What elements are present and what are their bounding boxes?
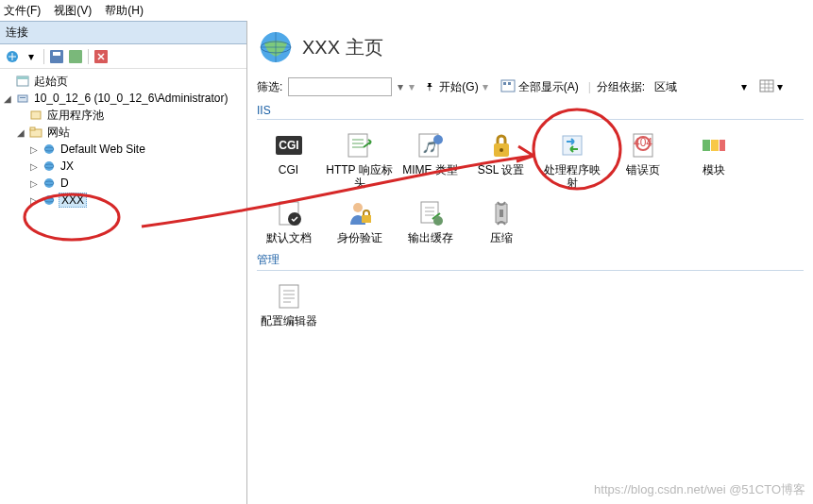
svg-point-46 <box>433 216 443 226</box>
server-icon <box>15 91 30 106</box>
globe-icon <box>259 30 293 64</box>
start-page-icon <box>15 74 30 89</box>
iis-features: CGI CGI HTTP 响应标头 🎵 MIME 类型 SSL 设置 处理程序映… <box>247 126 813 248</box>
filter-input[interactable] <box>288 77 392 96</box>
feature-compression[interactable]: 压缩 <box>466 193 536 248</box>
go-icon: 🖈 <box>424 80 435 93</box>
feature-ssl[interactable]: SSL 设置 <box>466 126 536 193</box>
groupby-label: 分组依据: <box>597 79 645 95</box>
svg-rect-22 <box>501 80 515 92</box>
config-editor-icon <box>273 280 305 312</box>
svg-rect-40 <box>720 140 725 151</box>
http-headers-icon <box>344 129 376 161</box>
cgi-icon: CGI <box>273 129 305 161</box>
menu-help[interactable]: 帮助(H) <box>105 3 144 19</box>
filter-go: 🖈 开始(G) ▾ <box>420 77 491 96</box>
svg-rect-39 <box>711 140 719 151</box>
svg-point-18 <box>44 195 54 205</box>
tree-site-d[interactable]: ▷ D <box>2 175 245 192</box>
menu-file[interactable]: 文件(F) <box>4 3 41 19</box>
feature-mime[interactable]: 🎵 MIME 类型 <box>395 126 466 193</box>
grid-view-icon <box>760 80 773 94</box>
svg-text:CGI: CGI <box>279 139 298 152</box>
showall-icon <box>501 80 515 94</box>
filter-label: 筛选: <box>257 79 282 95</box>
section-mgmt: 管理 <box>247 248 813 270</box>
save-icon[interactable] <box>48 48 65 65</box>
svg-point-31 <box>433 135 443 144</box>
sites-folder-icon <box>28 125 43 140</box>
site-icon <box>42 176 57 191</box>
connections-toolbar: ▾ <box>0 44 246 69</box>
connections-tree[interactable]: 起始页 ◢ 10_0_12_6 (10_0_12_6\Administrator… <box>0 69 246 504</box>
svg-point-43 <box>353 203 363 212</box>
auth-icon <box>344 197 376 229</box>
delete-icon[interactable] <box>93 48 110 65</box>
connections-panel: 连接 ▾ 起始页 ◢ 10_0_12_6 (10_0_12_6\Administ… <box>0 21 247 504</box>
feature-error-pages[interactable]: 404 错误页 <box>607 126 678 193</box>
content-area: XXX 主页 筛选: ▾ ▾ 🖈 开始(G) ▾ 全部显示(A) | 分组依据:… <box>247 21 813 504</box>
feature-http-headers[interactable]: HTTP 响应标头 <box>324 126 395 193</box>
svg-rect-38 <box>703 140 710 151</box>
feature-auth[interactable]: 身份验证 <box>324 193 395 248</box>
feature-output-cache[interactable]: 输出缓存 <box>395 193 466 248</box>
feature-cgi[interactable]: CGI CGI <box>253 126 324 193</box>
tree-sites[interactable]: ◢ 网站 <box>2 124 245 141</box>
page-title: XXX 主页 <box>302 35 383 60</box>
svg-rect-2 <box>53 52 60 56</box>
tree-start-page[interactable]: 起始页 <box>2 73 245 90</box>
svg-point-33 <box>500 148 503 152</box>
error-page-icon: 404 <box>627 129 659 161</box>
default-doc-icon <box>273 197 305 229</box>
filter-input-drop-icon[interactable]: ▾ <box>398 80 403 93</box>
svg-rect-28 <box>348 134 367 157</box>
site-icon <box>42 193 57 208</box>
svg-rect-3 <box>69 50 82 63</box>
filter-showall[interactable]: 全部显示(A) <box>498 77 583 96</box>
svg-rect-25 <box>760 80 773 92</box>
modules-icon <box>698 129 730 161</box>
tree-site-xxx[interactable]: ▷ XXX <box>2 192 245 209</box>
svg-point-12 <box>44 144 54 154</box>
section-iis: IIS <box>247 100 813 119</box>
svg-rect-8 <box>20 97 25 98</box>
svg-text:404: 404 <box>633 136 652 149</box>
filter-bar: 筛选: ▾ ▾ 🖈 开始(G) ▾ 全部显示(A) | 分组依据: 区域 ▾ ▾ <box>247 74 813 100</box>
refresh-icon[interactable] <box>67 48 84 65</box>
tree-site-jx[interactable]: ▷ JX <box>2 158 245 175</box>
svg-rect-7 <box>18 95 27 102</box>
view-mode[interactable]: ▾ <box>756 77 787 96</box>
menu-view[interactable]: 视图(V) <box>54 3 92 19</box>
menu-bar: 文件(F) 视图(V) 帮助(H) <box>0 0 813 21</box>
connections-header: 连接 <box>0 21 246 44</box>
site-icon <box>42 142 57 157</box>
svg-rect-6 <box>17 76 28 79</box>
mime-icon: 🎵 <box>415 129 447 161</box>
tree-server[interactable]: ◢ 10_0_12_6 (10_0_12_6\Administrator) <box>2 90 245 107</box>
cache-icon <box>415 197 447 229</box>
ssl-icon <box>485 129 517 161</box>
feature-modules[interactable]: 模块 <box>678 126 749 193</box>
svg-rect-9 <box>31 111 41 119</box>
svg-rect-11 <box>30 127 35 130</box>
watermark: https://blog.csdn.net/wei @51CTO博客 <box>594 481 805 498</box>
page-title-bar: XXX 主页 <box>247 21 813 74</box>
separator-icon: ▾ <box>23 48 40 65</box>
tree-app-pools[interactable]: 应用程序池 <box>2 107 245 124</box>
svg-rect-47 <box>279 285 298 308</box>
compression-icon <box>485 197 517 229</box>
tree-site-default[interactable]: ▷ Default Web Site <box>2 141 245 158</box>
connect-icon[interactable] <box>4 48 21 65</box>
svg-rect-23 <box>503 82 506 85</box>
svg-point-14 <box>44 161 54 171</box>
svg-point-16 <box>44 178 54 188</box>
feature-handler-mappings[interactable]: 处理程序映射 <box>536 126 607 193</box>
feature-config-editor[interactable]: 配置编辑器 <box>253 277 324 331</box>
feature-default-doc[interactable]: 默认文档 <box>253 193 324 248</box>
groupby-select[interactable]: 区域 ▾ <box>651 77 751 96</box>
svg-rect-44 <box>362 215 371 223</box>
site-icon <box>42 159 57 174</box>
mgmt-features: 配置编辑器 <box>247 277 813 331</box>
svg-rect-24 <box>508 82 511 85</box>
apppool-icon <box>28 108 43 123</box>
